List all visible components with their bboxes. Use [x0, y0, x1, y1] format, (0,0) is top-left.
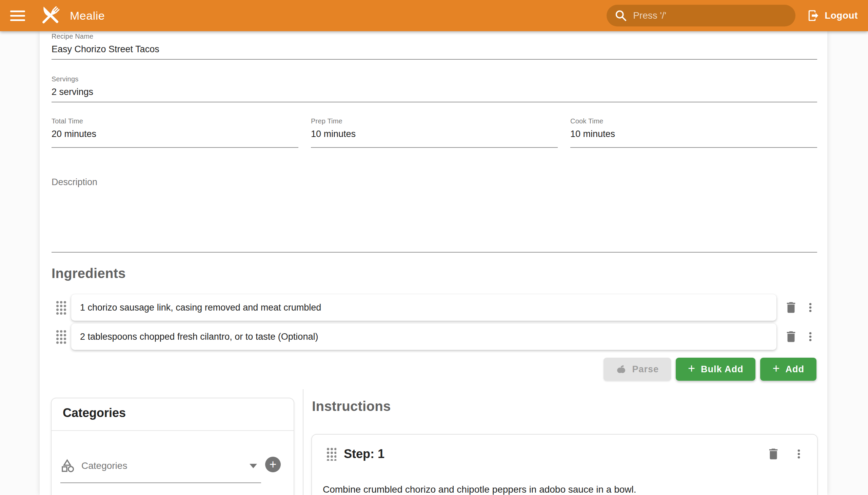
bulk-add-button[interactable]: + Bulk Add — [676, 358, 756, 381]
total-time-field: Total Time — [52, 117, 299, 148]
categories-select-label: Categories — [81, 460, 250, 471]
plus-icon: + — [688, 362, 695, 375]
prep-time-field: Prep Time — [311, 117, 558, 148]
logout-label: Logout — [824, 10, 858, 21]
ingredient-row — [52, 294, 817, 321]
step-title: Step: 1 — [344, 447, 766, 461]
prep-time-input[interactable] — [311, 129, 558, 139]
step-header: Step: 1 — [312, 447, 817, 461]
categories-card: Categories Categories + — [51, 398, 294, 495]
categories-card-title: Categories — [63, 406, 126, 420]
step-text-input[interactable]: Combine crumbled chorizo and chipotle pe… — [323, 483, 804, 495]
step-card: Step: 1 Combine crumbled chorizo and chi… — [311, 434, 818, 495]
ingredient-card[interactable] — [71, 323, 777, 350]
kebab-icon — [804, 330, 817, 343]
parse-label: Parse — [632, 364, 659, 375]
total-time-label: Total Time — [52, 117, 299, 125]
ingredients-heading: Ingredients — [52, 266, 126, 281]
search-input[interactable] — [633, 10, 788, 21]
ingredient-input[interactable] — [80, 331, 768, 342]
ingredient-input[interactable] — [80, 303, 768, 313]
mealie-logo-icon — [38, 3, 62, 28]
recipe-name-field: Recipe Name — [52, 33, 817, 60]
times-row: Total Time Prep Time Cook Time — [52, 117, 817, 148]
home-link[interactable]: Mealie — [38, 3, 105, 28]
delete-ingredient-button[interactable] — [784, 329, 798, 344]
search-bar[interactable] — [607, 5, 796, 27]
logout-icon — [807, 9, 820, 22]
parse-button[interactable]: Parse — [603, 358, 671, 381]
cook-time-input[interactable] — [570, 129, 817, 139]
search-icon — [614, 9, 628, 22]
add-label: Add — [786, 364, 804, 375]
instructions-heading: Instructions — [312, 399, 391, 414]
ingredient-menu-button[interactable] — [804, 301, 817, 314]
trash-icon — [784, 301, 798, 314]
servings-input[interactable] — [52, 87, 817, 97]
recipe-name-input[interactable] — [52, 44, 817, 55]
prep-time-label: Prep Time — [311, 117, 558, 125]
kebab-icon — [792, 447, 806, 461]
menu-button[interactable] — [10, 6, 29, 25]
ingredient-card[interactable] — [71, 294, 777, 321]
drag-handle-icon[interactable] — [56, 301, 66, 315]
logout-button[interactable]: Logout — [807, 9, 858, 22]
drag-handle-icon[interactable] — [326, 447, 336, 461]
chevron-down-icon — [250, 464, 257, 468]
cook-time-label: Cook Time — [570, 117, 817, 125]
app-title: Mealie — [70, 9, 105, 22]
shapes-icon — [61, 458, 75, 473]
delete-ingredient-button[interactable] — [784, 301, 798, 314]
delete-step-button[interactable] — [766, 447, 781, 461]
drag-handle-icon[interactable] — [56, 329, 66, 344]
add-category-button[interactable]: + — [265, 457, 281, 472]
trash-icon — [766, 447, 781, 461]
recipe-name-label: Recipe Name — [52, 33, 817, 40]
divider — [52, 430, 294, 431]
add-ingredient-button[interactable]: + Add — [760, 358, 816, 381]
servings-label: Servings — [52, 75, 817, 83]
recipe-editor-sheet: Recipe Name Servings Total Time Prep Tim… — [40, 31, 827, 495]
hamburger-icon — [10, 11, 25, 12]
ingredient-actions: Parse + Bulk Add + Add — [603, 358, 816, 381]
description-field[interactable]: Description — [52, 177, 817, 253]
cook-time-field: Cook Time — [570, 117, 817, 148]
step-menu-button[interactable] — [792, 447, 806, 461]
column-divider — [303, 389, 304, 495]
apple-icon — [616, 364, 627, 375]
servings-field: Servings — [52, 75, 817, 102]
trash-icon — [784, 329, 798, 344]
kebab-icon — [804, 301, 817, 314]
categories-select[interactable]: Categories — [61, 449, 261, 483]
ingredient-menu-button[interactable] — [804, 330, 817, 343]
description-label: Description — [52, 177, 817, 187]
plus-icon: + — [772, 362, 780, 375]
app-bar: Mealie Logout — [0, 0, 868, 31]
total-time-input[interactable] — [52, 129, 299, 139]
plus-icon: + — [269, 457, 276, 471]
ingredient-row — [52, 323, 817, 350]
bulk-add-label: Bulk Add — [701, 364, 744, 375]
